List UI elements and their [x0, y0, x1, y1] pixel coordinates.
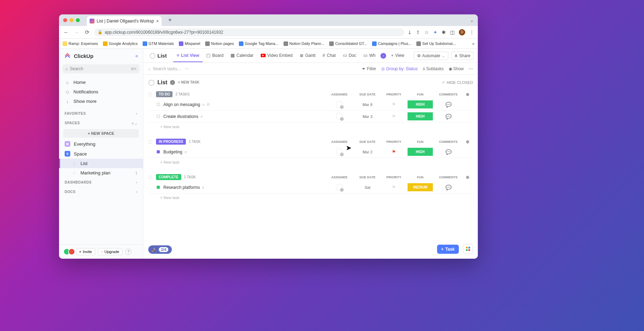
extension-icon[interactable]: ✦	[433, 29, 437, 35]
group-collapse-icon[interactable]: ◯	[148, 175, 153, 179]
task-row[interactable]: Create illustrations ≡ Mar 3 ⚑ HIGH 💬	[148, 111, 473, 123]
priority-cell[interactable]: ⚑	[382, 114, 406, 119]
add-column-button[interactable]: ⊕	[462, 139, 473, 144]
assignee-cell[interactable]	[325, 148, 353, 155]
help-button[interactable]: ?	[125, 249, 131, 255]
show-button[interactable]: ◉ Show	[449, 66, 464, 71]
install-icon[interactable]: ⤓	[408, 29, 412, 35]
subtasks-button[interactable]: ⅄ Subtasks	[423, 66, 444, 71]
presence-avatars[interactable]	[63, 248, 73, 255]
toolbar-more-button[interactable]: ⋯	[185, 66, 189, 71]
spaces-heading[interactable]: SPACES ⌕ ⌄	[59, 118, 143, 128]
new-task-row[interactable]: + New task	[148, 158, 473, 166]
col-assignee[interactable]: ASSIGNEE	[325, 176, 353, 179]
bookmark-item[interactable]: Notion Daily Plann...	[284, 41, 325, 46]
group-collapse-icon[interactable]: ◯	[148, 140, 153, 144]
col-comments[interactable]: COMMENTS	[434, 140, 462, 144]
apps-button[interactable]	[463, 244, 473, 254]
upgrade-button[interactable]: ↑Upgrade	[98, 248, 123, 255]
priority-cell[interactable]: ⚑	[382, 149, 406, 154]
group-collapse-icon[interactable]: ◯	[148, 92, 153, 96]
bookmark-item[interactable]: Google Analytics	[103, 41, 138, 46]
view-tab[interactable]: ▦Calendar	[227, 49, 257, 62]
fun-cell[interactable]: MEDIUM	[406, 183, 434, 191]
assignee-cell[interactable]	[325, 184, 353, 191]
sidebar-nav-item[interactable]: ⌂Home	[59, 78, 143, 87]
col-assignee[interactable]: ASSIGNEE	[325, 140, 353, 144]
comments-cell[interactable]: 💬	[434, 114, 462, 119]
due-date-cell[interactable]: Mar 2	[353, 150, 382, 154]
view-overflow-button[interactable]: ›	[380, 53, 386, 59]
tab-list-button[interactable]: ⌄	[470, 18, 474, 23]
view-tab[interactable]: ≡List View	[173, 49, 203, 62]
col-comments[interactable]: COMMENTS	[434, 176, 462, 179]
sidebar-nav-item[interactable]: ◇Notifications	[59, 87, 143, 97]
toolbar-menu-button[interactable]: ⋯	[469, 66, 473, 71]
status-badge[interactable]: COMPLETE	[156, 174, 181, 180]
new-task-button[interactable]: + Task	[437, 245, 459, 254]
bookmark-item[interactable]: GTM Materials	[143, 41, 174, 46]
col-due-date[interactable]: DUE DATE	[353, 176, 382, 179]
bookmark-item[interactable]: Campaigns | Plus...	[372, 41, 411, 46]
comments-cell[interactable]: 💬	[434, 102, 462, 107]
new-task-row[interactable]: + New task	[148, 123, 473, 131]
minimize-window-button[interactable]	[70, 18, 73, 22]
new-task-row[interactable]: + New task	[148, 193, 473, 202]
bookmark-item[interactable]: Google Tag Mana...	[239, 41, 279, 46]
url-field[interactable]: 🔒 app.clickup.com/9010060189/v/l/8cgn6wx…	[94, 28, 404, 36]
task-search[interactable]: ⌕ Search tasks...	[148, 66, 181, 71]
dashboards-heading[interactable]: DASHBOARDS ›	[59, 178, 143, 187]
view-tab[interactable]: #Chat	[319, 49, 339, 62]
task-name[interactable]: Budgeting ≡	[163, 150, 325, 154]
onboarding-button[interactable]: 🚀 2/4	[148, 245, 172, 254]
sidebar-nav-item[interactable]: ↓Show more	[59, 97, 143, 106]
task-name[interactable]: Align on messaging ≡ ⊘	[163, 102, 325, 107]
collapse-sidebar-button[interactable]: «	[135, 53, 138, 59]
view-tab[interactable]: ▭Doc	[339, 49, 360, 62]
bookmark-item[interactable]: Ramp: Expenses	[63, 41, 98, 46]
add-view-button[interactable]: +View	[388, 49, 408, 62]
assignee-cell[interactable]	[325, 101, 353, 108]
invite-button[interactable]: +Invite	[76, 248, 95, 255]
space-item[interactable]: ⊞Everything	[59, 139, 143, 149]
bookmark-item[interactable]: Notion pages	[205, 41, 234, 46]
task-row[interactable]: Budgeting ≡ Mar 2 ⚑ HIGH 💬	[148, 146, 473, 158]
bookmark-item[interactable]: Consolidated GT...	[329, 41, 367, 46]
task-name[interactable]: Create illustrations ≡	[163, 114, 325, 119]
view-tab[interactable]: ▢Board	[203, 49, 227, 62]
group-by-button[interactable]: ◎ Group by: Status	[381, 66, 418, 71]
add-column-button[interactable]: ⊕	[462, 92, 473, 97]
col-due-date[interactable]: DUE DATE	[353, 93, 382, 96]
bookmarks-overflow[interactable]: »	[472, 41, 474, 46]
col-priority[interactable]: PRIORITY	[382, 93, 406, 96]
due-date-cell[interactable]: Sat	[353, 185, 382, 190]
back-button[interactable]: ←	[63, 29, 70, 35]
bookmark-item[interactable]: Mixpanel	[179, 41, 200, 46]
hide-closed-button[interactable]: ✓ HIDE CLOSED	[442, 80, 473, 85]
task-name[interactable]: Research platforms ≡	[163, 185, 325, 190]
priority-cell[interactable]: ⚑	[382, 185, 406, 190]
due-date-cell[interactable]: Mar 3	[353, 114, 382, 119]
close-window-button[interactable]	[63, 18, 67, 22]
col-comments[interactable]: COMMENTS	[434, 93, 462, 96]
bookmark-star-icon[interactable]: ☆	[424, 29, 429, 35]
comments-cell[interactable]: 💬	[434, 185, 462, 190]
info-icon[interactable]: i	[170, 80, 175, 85]
status-badge[interactable]: TO DO	[156, 91, 173, 97]
new-task-header-button[interactable]: + NEW TASK	[178, 80, 199, 84]
col-priority[interactable]: PRIORITY	[382, 140, 406, 144]
bookmark-item[interactable]: Set Up Subdomai...	[416, 41, 456, 46]
tab-close-button[interactable]: ×	[156, 18, 159, 24]
extensions-icon[interactable]: ✱	[442, 29, 446, 35]
task-status-dot[interactable]	[157, 115, 160, 118]
status-badge[interactable]: IN PROGRESS	[156, 139, 186, 145]
fun-cell[interactable]: HIGH	[406, 148, 434, 156]
view-tab[interactable]: ≣Gantt	[296, 49, 319, 62]
sidepanel-icon[interactable]: ◫	[450, 29, 455, 35]
col-fun[interactable]: FUN	[406, 140, 434, 144]
new-tab-button[interactable]: +	[168, 16, 172, 24]
add-column-button[interactable]: ⊕	[462, 175, 473, 180]
new-space-button[interactable]: + NEW SPACE	[63, 129, 139, 138]
list-collapse-icon[interactable]: ◯	[148, 79, 155, 86]
share-button[interactable]: ⋔Share	[451, 52, 474, 60]
